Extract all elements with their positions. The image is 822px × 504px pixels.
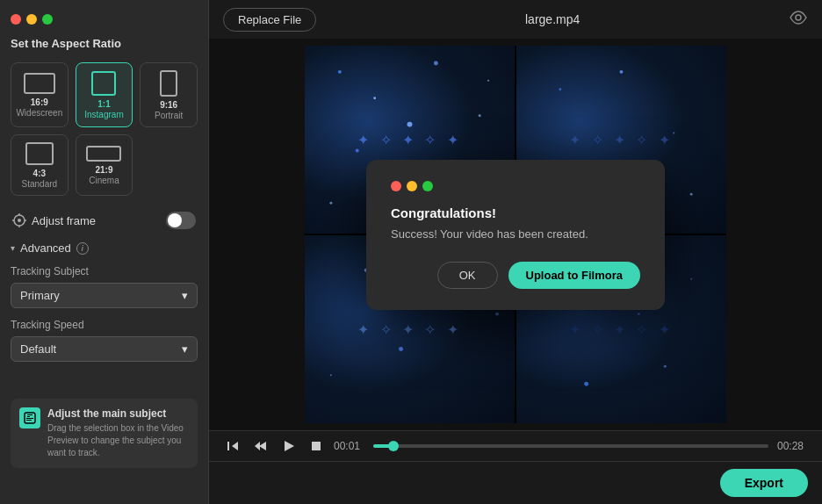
dialog-message: Success! Your video has been created. bbox=[391, 227, 640, 241]
export-bar: Export bbox=[209, 461, 822, 504]
dialog-buttons: OK Upload to Filmora bbox=[391, 262, 640, 289]
svg-rect-4 bbox=[87, 147, 120, 161]
aspect-item-169[interactable]: 16:9 Widescreen bbox=[11, 62, 68, 127]
svg-point-6 bbox=[18, 219, 21, 222]
aspect-icon-169 bbox=[24, 73, 55, 94]
aspect-label-43: 4:3 Standard bbox=[22, 169, 58, 190]
skip-back-button[interactable] bbox=[223, 438, 242, 454]
tracking-speed-label: Tracking Speed bbox=[11, 319, 198, 331]
dialog-close-dot[interactable] bbox=[391, 181, 401, 191]
svg-rect-13 bbox=[27, 416, 30, 417]
tracking-subject-select[interactable]: Primary ▾ bbox=[11, 283, 198, 308]
dialog-fullscreen-dot[interactable] bbox=[422, 181, 433, 191]
svg-rect-15 bbox=[26, 420, 32, 421]
aspect-item-916[interactable]: 9:16 Portrait bbox=[140, 62, 198, 127]
info-box-title: Adjust the main subject bbox=[47, 407, 189, 420]
window-controls bbox=[11, 14, 198, 25]
advanced-section: ▾ Advanced i Tracking Subject Primary ▾ … bbox=[11, 241, 198, 372]
svg-rect-43 bbox=[227, 442, 229, 450]
target-icon bbox=[12, 213, 26, 227]
aspect-ratio-grid-row2: 4:3 Standard 21:9 Cinema bbox=[11, 134, 198, 196]
progress-thumb[interactable] bbox=[388, 441, 399, 451]
svg-point-16 bbox=[796, 15, 801, 20]
advanced-header[interactable]: ▾ Advanced i bbox=[11, 241, 198, 255]
main-content: Replace File large.mp4 bbox=[209, 0, 822, 504]
dialog-titlebar bbox=[391, 181, 640, 191]
svg-rect-3 bbox=[26, 143, 53, 164]
aspect-item-43[interactable]: 4:3 Standard bbox=[11, 134, 68, 196]
tracking-subject-label: Tracking Subject bbox=[11, 265, 198, 277]
dialog-minimize-dot[interactable] bbox=[407, 181, 417, 191]
step-back-button[interactable] bbox=[251, 438, 270, 454]
dialog-title: Congratulations! bbox=[391, 205, 640, 220]
svg-rect-1 bbox=[92, 72, 115, 95]
upload-to-filmora-button[interactable]: Upload to Filmora bbox=[508, 262, 641, 289]
tracking-subject-group: Tracking Subject Primary ▾ bbox=[11, 265, 198, 308]
window-fullscreen-dot[interactable] bbox=[42, 14, 53, 25]
aspect-item-219[interactable]: 21:9 Cinema bbox=[76, 134, 133, 196]
playback-bar: 00:01 00:28 bbox=[209, 430, 822, 461]
adjust-frame-row: Adjust frame bbox=[11, 212, 198, 229]
progress-track[interactable] bbox=[373, 444, 768, 448]
aspect-icon-916 bbox=[160, 70, 177, 97]
select-chevron-icon: ▾ bbox=[182, 289, 188, 302]
info-box: Adjust the main subject Drag the selecti… bbox=[11, 399, 198, 468]
aspect-icon-11 bbox=[91, 71, 116, 96]
svg-marker-44 bbox=[259, 442, 266, 450]
tracking-speed-value: Default bbox=[20, 342, 56, 356]
svg-marker-46 bbox=[285, 441, 294, 451]
video-area: Congratulations! Success! Your video has… bbox=[209, 39, 822, 430]
dialog-overlay: Congratulations! Success! Your video has… bbox=[209, 39, 822, 430]
tracking-subject-value: Primary bbox=[20, 289, 60, 302]
advanced-label: Advanced bbox=[20, 241, 71, 255]
svg-rect-2 bbox=[161, 71, 177, 96]
replace-file-button[interactable]: Replace File bbox=[223, 8, 316, 32]
svg-rect-0 bbox=[25, 74, 54, 93]
ok-button[interactable]: OK bbox=[437, 262, 498, 289]
aspect-label-169: 16:9 Widescreen bbox=[16, 97, 62, 119]
aspect-icon-43 bbox=[25, 142, 54, 165]
svg-rect-14 bbox=[26, 418, 33, 419]
help-icon[interactable]: i bbox=[76, 242, 89, 255]
svg-rect-47 bbox=[312, 442, 321, 450]
toolbar: Replace File large.mp4 bbox=[209, 0, 822, 39]
sidebar: Set the Aspect Ratio 16:9 Widescreen 1:1 bbox=[0, 0, 209, 504]
dialog: Congratulations! Success! Your video has… bbox=[366, 160, 665, 310]
total-time: 00:28 bbox=[777, 440, 808, 452]
eye-icon[interactable] bbox=[789, 11, 808, 29]
info-text: Adjust the main subject Drag the selecti… bbox=[47, 407, 189, 459]
export-button[interactable]: Export bbox=[720, 469, 808, 497]
info-box-description: Drag the selection box in the Video Prev… bbox=[47, 422, 189, 459]
play-button[interactable] bbox=[279, 438, 299, 454]
window-minimize-dot[interactable] bbox=[26, 14, 37, 25]
aspect-label-219: 21:9 Cinema bbox=[89, 165, 119, 186]
aspect-ratio-title: Set the Aspect Ratio bbox=[11, 37, 198, 50]
chevron-down-icon: ▾ bbox=[11, 243, 15, 253]
adjust-frame-toggle[interactable] bbox=[166, 212, 196, 229]
aspect-ratio-grid-row1: 16:9 Widescreen 1:1 Instagram bbox=[11, 62, 198, 127]
file-name: large.mp4 bbox=[525, 12, 580, 26]
aspect-label-11: 1:1 Instagram bbox=[84, 99, 123, 120]
aspect-item-11[interactable]: 1:1 Instagram bbox=[76, 62, 133, 127]
svg-marker-42 bbox=[232, 442, 238, 450]
stop-button[interactable] bbox=[307, 439, 325, 453]
adjust-frame-label: Adjust frame bbox=[12, 213, 96, 227]
adjust-frame-text: Adjust frame bbox=[32, 214, 96, 227]
svg-rect-12 bbox=[27, 414, 32, 415]
aspect-label-916: 9:16 Portrait bbox=[155, 100, 183, 121]
tracking-speed-select[interactable]: Default ▾ bbox=[11, 336, 198, 362]
aspect-icon-219 bbox=[86, 146, 121, 162]
svg-marker-45 bbox=[255, 442, 260, 450]
info-box-icon bbox=[19, 407, 40, 428]
window-close-dot[interactable] bbox=[11, 14, 21, 25]
speed-select-chevron-icon: ▾ bbox=[182, 342, 188, 356]
tracking-speed-group: Tracking Speed Default ▾ bbox=[11, 319, 198, 362]
current-time: 00:01 bbox=[334, 440, 364, 452]
